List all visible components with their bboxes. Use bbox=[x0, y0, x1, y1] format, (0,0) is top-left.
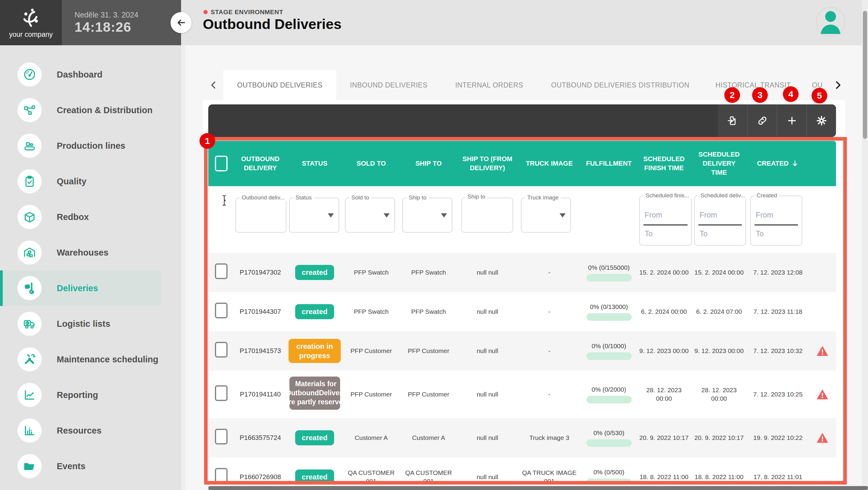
horizontal-scrollbar-thumb[interactable] bbox=[208, 486, 868, 490]
table-row[interactable]: P1663575724 created Customer A Customer … bbox=[208, 418, 836, 457]
export-button[interactable] bbox=[718, 104, 747, 137]
annotation-marker-4: 4 bbox=[783, 86, 799, 102]
collapse-sidebar-button[interactable] bbox=[170, 12, 192, 33]
filter-status-select[interactable]: Status bbox=[289, 198, 339, 233]
box-icon bbox=[18, 205, 42, 229]
fulfillment-progress-bar bbox=[586, 313, 632, 321]
row-checkbox[interactable] bbox=[215, 429, 227, 445]
warning-icon bbox=[816, 345, 829, 357]
link-button[interactable] bbox=[747, 104, 777, 137]
range-divider bbox=[754, 225, 798, 225]
row-checkbox[interactable] bbox=[215, 342, 227, 358]
table-row[interactable]: P1701941573 creation in progress PFP Cus… bbox=[208, 331, 836, 370]
filter-scheduled-delivery-range[interactable]: Scheduled deliv... From To bbox=[694, 196, 746, 246]
filter-created-range[interactable]: Created From To bbox=[750, 196, 802, 246]
to-input[interactable]: To bbox=[645, 229, 652, 238]
annotation-marker-3: 3 bbox=[752, 87, 768, 103]
column-header-scheduled-finish-time[interactable]: SCHEDULED FINISH TIME bbox=[637, 155, 691, 172]
cell-ship-to-from-delivery: null null bbox=[457, 307, 518, 316]
from-input[interactable]: From bbox=[700, 210, 717, 219]
add-button[interactable] bbox=[777, 104, 806, 137]
range-divider bbox=[699, 225, 742, 225]
row-checkbox[interactable] bbox=[215, 468, 227, 481]
tab-outbound-deliveries[interactable]: OUTBOUND DELIVERIES bbox=[223, 70, 336, 100]
filter-outbound-delivery-input[interactable]: Outbound deliv... bbox=[236, 198, 286, 233]
sidebar-item-deliveries[interactable]: Deliveries bbox=[0, 270, 161, 306]
sidebar-item-warehouses[interactable]: Warehouses bbox=[0, 235, 181, 270]
tabs-scroll-right-button[interactable] bbox=[832, 78, 844, 92]
cell-outbound-delivery: P1663575724 bbox=[234, 433, 287, 442]
status-badge: creation in progress bbox=[288, 339, 341, 363]
sidebar-item-redbox[interactable]: Redbox bbox=[0, 199, 181, 235]
to-input[interactable]: To bbox=[756, 229, 764, 238]
row-checkbox[interactable] bbox=[215, 303, 227, 318]
cell-fulfillment: 0% (0/500) bbox=[581, 468, 637, 481]
tab-internal-orders[interactable]: INTERNAL ORDERS bbox=[447, 70, 531, 100]
column-header-truck-image[interactable]: TRUCK IMAGE bbox=[518, 159, 581, 168]
table-row[interactable]: P1701941140 Materials for OutboundDelive… bbox=[208, 370, 836, 418]
column-header-ship-to[interactable]: SHIP TO bbox=[400, 159, 457, 168]
environment-dot-icon bbox=[204, 10, 208, 14]
cell-scheduled-delivery-time: 9. 12. 2023 00:00 bbox=[691, 347, 747, 355]
row-checkbox[interactable] bbox=[215, 263, 227, 279]
filter-ship-to-from-delivery-input[interactable]: Ship to bbox=[461, 198, 513, 233]
cell-ship-to: PFP Customer bbox=[400, 390, 457, 399]
tab-inbound-deliveries[interactable]: INBOUND DELIVERIES bbox=[342, 70, 436, 100]
table-row[interactable]: P1701947302 created PFP Swatch PFP Swatc… bbox=[208, 253, 836, 292]
cell-ship-to-from-delivery: null null bbox=[457, 347, 518, 355]
sidebar-item-quality[interactable]: Quality bbox=[0, 164, 181, 199]
sidebar-item-creation-distribution[interactable]: Creation & Distribution bbox=[0, 92, 181, 128]
select-all-cell[interactable] bbox=[208, 156, 234, 171]
column-header-outbound-delivery[interactable]: OUTBOUND DELIVERY bbox=[234, 155, 287, 172]
cell-scheduled-delivery-time: 28. 12. 2023 00:00 bbox=[691, 386, 747, 403]
tab-outbound-deliveries-distribution[interactable]: OUTBOUND DELIVERIES DISTRIBUTION bbox=[543, 70, 697, 100]
column-header-sold-to[interactable]: SOLD TO bbox=[343, 159, 400, 168]
cell-fulfillment: 0% (0/155000) bbox=[581, 263, 637, 282]
cell-scheduled-finish-time: 20. 9. 2022 10:17 bbox=[637, 433, 691, 442]
filter-sold-to-select[interactable]: Sold to bbox=[345, 198, 395, 233]
cell-ship-to-from-delivery: null null bbox=[457, 390, 518, 399]
filter-ship-to-select[interactable]: Ship to bbox=[402, 198, 453, 233]
status-badge: created bbox=[295, 304, 334, 319]
cell-scheduled-finish-time: 6. 2. 2024 00:00 bbox=[637, 307, 691, 316]
plus-icon bbox=[786, 115, 797, 126]
row-checkbox[interactable] bbox=[215, 385, 227, 401]
filter-scheduled-finish-range[interactable]: Scheduled finis... From To bbox=[639, 196, 692, 246]
sidebar-item-events[interactable]: Events bbox=[0, 448, 181, 484]
sidebar-item-dashboard[interactable]: Dashboard bbox=[0, 57, 181, 92]
sidebar-item-resources[interactable]: Resources bbox=[0, 413, 181, 448]
column-header-ship-to-from-delivery[interactable]: SHIP TO (FROM DELIVERY) bbox=[457, 155, 518, 172]
sidebar-item-production-lines[interactable]: Production lines bbox=[0, 128, 181, 164]
filter-truck-image-select[interactable]: Truck image bbox=[521, 198, 571, 233]
cell-sold-to: PFP Swatch bbox=[343, 307, 400, 316]
table-row[interactable]: P1701944307 created PFP Swatch PFP Swatc… bbox=[208, 292, 836, 331]
link-icon bbox=[757, 115, 768, 126]
cell-created: 7. 12. 2023 11:18 bbox=[747, 307, 809, 316]
sidebar-item-maintenance-scheduling[interactable]: Maintenance scheduling bbox=[0, 341, 181, 377]
column-header-fulfillment[interactable]: FULFILLMENT bbox=[581, 159, 637, 168]
text-cursor-icon bbox=[221, 195, 227, 209]
environment-label: STAGE ENVIRONMENT bbox=[211, 8, 283, 16]
page-header: STAGE ENVIRONMENT Outbound Deliveries bbox=[181, 0, 868, 45]
column-header-status[interactable]: STATUS bbox=[287, 159, 343, 168]
from-input[interactable]: From bbox=[756, 210, 773, 219]
cell-scheduled-finish-time: 9. 12. 2023 00:00 bbox=[637, 347, 691, 355]
select-all-checkbox[interactable] bbox=[215, 156, 227, 171]
fulfillment-label: 0% (0/13000) bbox=[583, 303, 635, 311]
settings-button[interactable] bbox=[806, 104, 836, 137]
vertical-scrollbar-thumb[interactable] bbox=[863, 11, 867, 139]
table-row[interactable]: P1660726908 created QA CUSTOMER 001 QA C… bbox=[208, 457, 836, 481]
cell-warning bbox=[809, 345, 836, 357]
tabs-scroll-left-button[interactable] bbox=[208, 78, 220, 92]
cell-fulfillment: 0% (0/13000) bbox=[581, 303, 637, 321]
to-input[interactable]: To bbox=[700, 229, 707, 238]
from-input[interactable]: From bbox=[645, 210, 662, 219]
cell-ship-to-from-delivery: null null bbox=[457, 268, 518, 277]
column-header-scheduled-delivery-time[interactable]: SCHEDULED DELIVERY TIME bbox=[691, 150, 747, 177]
sidebar-item-reporting[interactable]: Reporting bbox=[0, 377, 181, 413]
sidebar-item-logistic-lists[interactable]: Logistic lists bbox=[0, 306, 181, 341]
user-avatar[interactable] bbox=[815, 4, 846, 40]
cell-created: 7. 12. 2023 10:32 bbox=[747, 347, 809, 355]
status-badge: Materials for OutboundDelivery are partl… bbox=[289, 377, 340, 410]
column-header-created[interactable]: CREATED bbox=[747, 159, 809, 168]
